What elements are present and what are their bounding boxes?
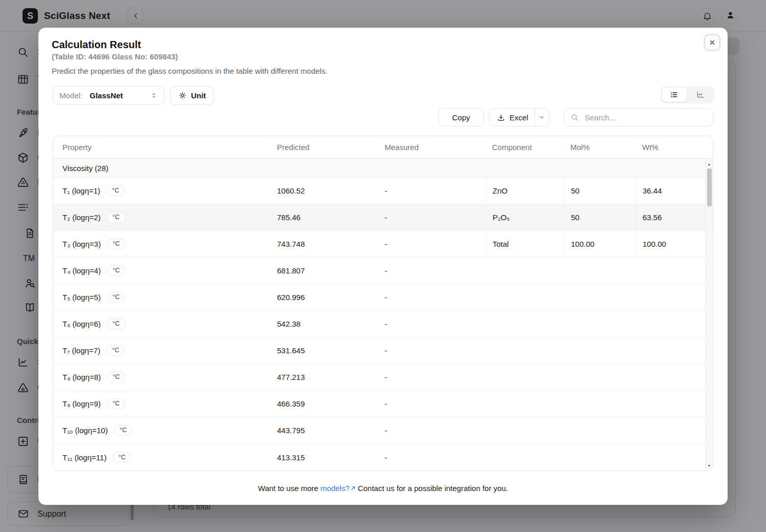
table-row[interactable]: T₁ (logη=1)°C1060.52-ZnO5036.44 [53,178,713,204]
copy-label: Copy [452,113,470,122]
property-cell: T₈ (logη=8)°C [53,364,271,390]
property-cell: T₁₁ (logη=11)°C [53,444,271,471]
wt-cell: 100.00 [636,231,713,257]
close-icon [708,38,716,47]
property-label: T₇ (logη=7) [62,346,100,355]
table-row[interactable]: T₂ (logη=2)°C785.46-P₂O₅5063.56 [53,204,713,231]
modal-subtitle: (Table ID: 44696 Glass No: 609843) [52,52,178,61]
screen: S SciGlass Next S T Featur P C [0,0,766,532]
property-label: T₁ (logη=1) [62,186,100,195]
property-label: T₉ (logη=9) [62,399,101,408]
component-cell [486,258,564,284]
calculation-result-modal: Calculation Result (Table ID: 44696 Glas… [38,28,728,505]
excel-split-button: Excel [489,108,549,126]
table-row[interactable]: T₇ (logη=7)°C531.645- [53,337,713,364]
table-row[interactable]: T₁₁ (logη=11)°C413.315- [53,444,713,471]
table-row[interactable]: T₆ (logη=6)°C542.38- [53,311,713,337]
predicted-cell: 413.315 [271,444,378,471]
mol-cell [564,258,636,284]
property-label: T₄ (logη=4) [62,266,101,275]
section-row: Viscosity (28) [53,159,713,178]
measured-cell: - [378,311,486,337]
model-select[interactable]: Model: GlassNet [53,86,164,105]
table-row[interactable]: T₈ (logη=8)°C477.213- [53,364,713,391]
model-label: Model: [59,91,82,100]
models-link-label: models? [321,484,350,493]
measured-cell: - [378,178,486,204]
component-cell: P₂O₅ [486,204,564,230]
model-value: GlassNet [90,91,123,100]
property-label: T₂ (logη=2) [62,213,101,222]
unit-badge: °C [107,345,125,356]
property-cell: T₆ (logη=6)°C [53,311,271,337]
table-row[interactable]: T₅ (logη=5)°C620.996- [53,284,713,311]
column-header-component: Component [486,143,564,152]
unit-badge: °C [114,425,132,436]
mol-cell: 50 [564,178,636,204]
modal-title: Calculation Result [52,39,141,51]
table-row[interactable]: T₁₀ (logη=10)°C443.795- [53,417,713,444]
excel-dropdown-button[interactable] [535,109,549,126]
wt-cell [636,284,713,310]
download-icon [497,113,505,122]
models-link[interactable]: models? [321,484,356,493]
table-row[interactable]: T₉ (logη=9)°C466.359- [53,391,713,417]
chart-view-button[interactable] [688,88,713,102]
unit-button[interactable]: Unit [170,86,214,105]
wt-cell [636,364,713,390]
unit-label: Unit [191,91,206,100]
search-input[interactable] [584,113,707,122]
copy-button[interactable]: Copy [438,108,484,126]
external-link-icon [350,484,356,493]
list-view-button[interactable] [662,88,687,102]
table-scrollbar[interactable]: ▲ ▼ [705,159,712,470]
component-cell [486,337,564,364]
footer-text-suffix: Contact us for a possible integration fo… [356,484,508,493]
mol-cell [564,284,636,310]
wt-cell [636,391,713,417]
unit-badge: °C [107,185,125,196]
wt-cell [636,444,713,471]
mol-cell: 50 [564,204,636,230]
property-cell: T₂ (logη=2)°C [53,204,271,230]
modal-description: Predict the properties of the glass comp… [52,67,327,75]
modal-footer: Want to use more models? Contact us for … [38,484,728,493]
chart-view-icon [696,90,705,99]
excel-export-button[interactable]: Excel [490,109,535,126]
scroll-up-arrow[interactable]: ▲ [706,160,713,167]
table-header: Property Predicted Measured Component Mo… [53,136,713,159]
column-header-property: Property [53,143,271,152]
property-cell: T₄ (logη=4)°C [53,258,271,284]
table-row[interactable]: T₃ (logη=3)°C743.748-Total100.00100.00 [53,231,713,258]
property-label: T₈ (logη=8) [62,373,101,381]
gear-icon [178,91,187,100]
mol-cell [564,337,636,364]
table-row[interactable]: T₄ (logη=4)°C681.807- [53,258,713,284]
measured-cell: - [378,204,486,230]
mol-cell [564,444,636,471]
measured-cell: - [378,417,486,443]
component-cell: ZnO [486,178,564,204]
component-cell [486,444,564,471]
mol-cell [564,311,636,337]
predicted-cell: 443.795 [271,417,378,443]
property-cell: T₃ (logη=3)°C [53,231,271,257]
property-cell: T₇ (logη=7)°C [53,337,271,364]
scroll-down-arrow[interactable]: ▼ [706,462,713,469]
scrollbar-thumb[interactable] [707,168,712,206]
component-cell: Total [486,231,564,257]
mol-cell [564,417,636,443]
wt-cell [636,417,713,443]
wt-cell [636,337,713,364]
list-view-icon [670,90,679,99]
property-cell: T₉ (logη=9)°C [53,391,271,417]
measured-cell: - [378,364,486,390]
column-header-wt: Wt% [636,143,713,152]
property-cell: T₁ (logη=1)°C [53,178,271,204]
result-table: Property Predicted Measured Component Mo… [53,136,713,471]
mol-cell: 100.00 [564,231,636,257]
close-button[interactable] [705,35,720,50]
result-table-body: Viscosity (28)T₁ (logη=1)°C1060.52-ZnO50… [53,159,713,471]
unit-badge: °C [107,372,125,382]
component-cell [486,391,564,417]
